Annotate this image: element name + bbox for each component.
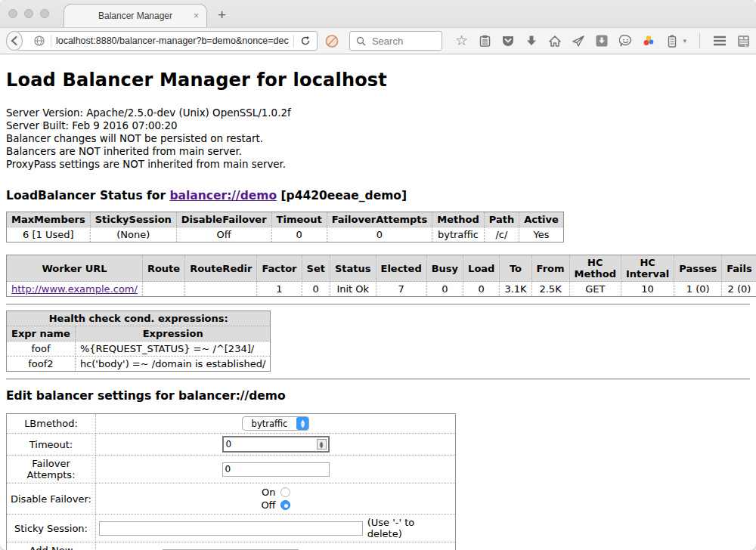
page-content: Load Balancer Manager for localhost Serv… [0, 54, 756, 550]
col-to: To [500, 255, 531, 282]
toolbar-divider [699, 33, 700, 48]
col-route: Route [142, 255, 184, 282]
content-blocker-icon[interactable] [325, 34, 339, 48]
cell-stickysession: (None) [90, 227, 176, 243]
cell-status: Init Ok [330, 282, 376, 297]
close-window-button[interactable] [8, 9, 17, 18]
cell-busy: 0 [426, 282, 463, 297]
cell-hc-method: GET [569, 282, 621, 297]
cell-method: bytraffic [432, 227, 484, 243]
downloads-icon[interactable] [525, 34, 538, 48]
health-check-table: Health check cond. expressions: Expr nam… [6, 311, 271, 372]
battery-extension-icon[interactable] [665, 34, 679, 48]
pocket-icon[interactable] [501, 34, 515, 48]
navigation-toolbar: localhost:8880/balancer-manager?b=demo&n… [0, 27, 756, 54]
table-header-row: MaxMembers StickySession DisableFailover… [7, 212, 564, 227]
url-bar[interactable]: localhost:8880/balancer-manager?b=demo&n… [17, 31, 318, 51]
back-arrow-icon [10, 36, 19, 45]
table-caption-row: Health check cond. expressions: [7, 311, 271, 326]
tab-close-icon[interactable]: × [194, 11, 199, 21]
colorful-dots-extension-icon[interactable] [642, 34, 655, 48]
grid-extension-icon[interactable] [736, 34, 750, 48]
chat-smiley-icon[interactable] [618, 34, 632, 48]
search-icon [355, 34, 368, 48]
menu-hamburger-icon[interactable] [713, 34, 727, 48]
tab-balancer-manager[interactable]: Balancer Manager × [64, 4, 207, 27]
cell-fails: 2 (0) [722, 282, 756, 297]
zoom-window-button[interactable] [40, 9, 49, 18]
number-spinner-icon[interactable]: ▲▼ [317, 439, 327, 450]
cell-timeout: 0 [271, 227, 327, 243]
radio-on[interactable] [280, 487, 290, 497]
cell-expression: %{REQUEST_STATUS} =~ /^[234]/ [75, 341, 271, 357]
timeout-field[interactable]: ▲▼ [222, 436, 330, 453]
cell-routeredir [185, 282, 257, 297]
bookmark-star-icon[interactable]: ☆ [454, 34, 468, 48]
lbmethod-select[interactable]: bytraffic ▲▼ [242, 416, 310, 431]
col-from: From [531, 255, 569, 282]
sticky-session-label: Sticky Session: [7, 514, 96, 542]
sticky-session-note: (Use '-' to delete) [367, 517, 452, 539]
inherit-note-line: Balancers are NOT inherited from main se… [6, 145, 750, 158]
reload-button[interactable] [299, 34, 312, 48]
col-failoverattempts: FailoverAttempts [327, 212, 432, 227]
col-method: Method [432, 212, 484, 227]
col-busy: Busy [426, 255, 463, 282]
failover-attempts-input[interactable] [222, 462, 330, 477]
url-text[interactable]: localhost:8880/balancer-manager?b=demo&n… [56, 36, 289, 46]
section-divider [6, 379, 750, 380]
col-load: Load [463, 255, 500, 282]
cell-maxmembers: 6 [1 Used] [7, 227, 91, 243]
worker-url-link[interactable]: http://www.example.com/ [11, 283, 138, 295]
download-box-icon[interactable] [595, 34, 609, 48]
home-icon[interactable] [548, 34, 562, 48]
col-path: Path [484, 212, 519, 227]
send-plane-icon[interactable] [572, 34, 585, 48]
cell-route [142, 282, 184, 297]
new-tab-button[interactable]: + [218, 6, 226, 24]
back-button[interactable] [6, 31, 23, 51]
server-version-line: Server Version: Apache/2.5.0-dev (Unix) … [6, 107, 750, 119]
cell-expression: hc('body') =~ /domain is established/ [75, 357, 271, 372]
failover-attempts-label: Failover Attempts: [7, 456, 96, 484]
add-worker-label: Add New Worker: [7, 542, 96, 550]
col-passes: Passes [674, 255, 722, 282]
col-status: Status [330, 255, 376, 282]
chevron-down-icon[interactable]: ▾ [683, 37, 686, 45]
balancer-demo-link[interactable]: balancer://demo [169, 189, 277, 202]
table-header-row: Expr name Expression [7, 326, 271, 341]
balancer-summary-table: MaxMembers StickySession DisableFailover… [6, 212, 564, 243]
search-placeholder: Search [372, 36, 403, 47]
radio-on-label: On [262, 487, 275, 498]
col-maxmembers: MaxMembers [7, 212, 91, 227]
cell-disablefailover: Off [176, 227, 271, 243]
table-row: 6 [1 Used] (None) Off 0 0 bytraffic /c/ … [7, 227, 564, 243]
search-bar[interactable]: Search [349, 31, 443, 51]
col-active: Active [519, 212, 564, 227]
balancer-settings-form: LBmethod: bytraffic ▲▼ Timeout: ▲▼ [6, 413, 456, 550]
lbmethod-label: LBmethod: [7, 414, 96, 434]
worker-table: Worker URL Route RouteRedir Factor Set S… [6, 255, 756, 297]
cell-hc-interval: 10 [621, 282, 674, 297]
col-timeout: Timeout [271, 212, 327, 227]
toolbar-buttons: ☆ [454, 33, 750, 48]
minimize-window-button[interactable] [24, 9, 33, 18]
window-controls [8, 9, 49, 18]
sticky-session-input[interactable] [99, 521, 363, 536]
bookmarks-clipboard-icon[interactable] [478, 34, 491, 48]
form-row-failover-attempts: Failover Attempts: [7, 456, 456, 484]
col-worker-url: Worker URL [7, 255, 143, 282]
col-fails: Fails [722, 255, 756, 282]
timeout-input[interactable] [224, 439, 317, 450]
browser-window: Balancer Manager × + localhost:8880/bala… [0, 0, 756, 550]
cell-active: Yes [519, 227, 564, 243]
server-info: Server Version: Apache/2.5.0-dev (Unix) … [6, 107, 750, 171]
cell-path: /c/ [484, 227, 519, 243]
radio-off-label: Off [261, 499, 275, 511]
radio-off[interactable] [280, 500, 290, 510]
cell-passes: 1 (0) [674, 282, 722, 297]
cell-expr-name: foof2 [7, 357, 76, 372]
cell-set: 0 [302, 282, 330, 297]
proxypass-note-line: ProxyPass settings are NOT inherited fro… [6, 158, 750, 171]
table-row: http://www.example.com/ 1 0 Init Ok 7 0 … [7, 282, 756, 297]
